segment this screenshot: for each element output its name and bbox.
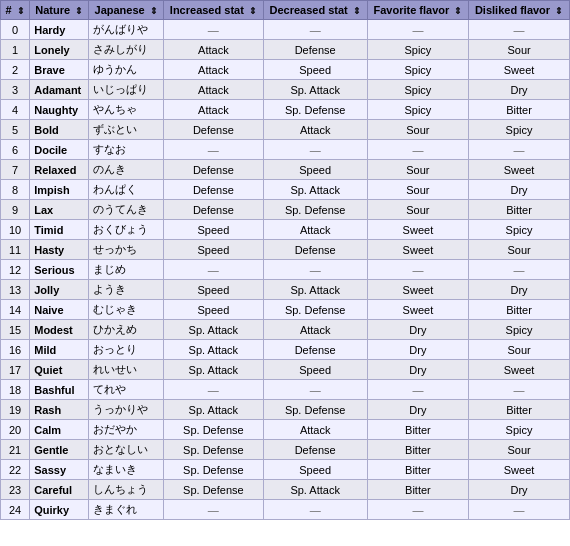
col-header-0[interactable]: # ⇕ — [1, 1, 30, 20]
table-row: 16MildおっとりSp. AttackDefenseDrySour — [1, 340, 570, 360]
row-num: 20 — [1, 420, 30, 440]
row-decreased-stat: Sp. Defense — [263, 300, 367, 320]
row-japanese: すなお — [89, 140, 164, 160]
row-increased-stat: Attack — [164, 40, 264, 60]
row-decreased-stat: Speed — [263, 460, 367, 480]
row-favorite-flavor: Sour — [367, 180, 468, 200]
sort-icon: ⇕ — [249, 6, 257, 16]
sort-icon: ⇕ — [353, 6, 361, 16]
row-favorite-flavor: Sweet — [367, 280, 468, 300]
row-favorite-flavor: Spicy — [367, 60, 468, 80]
row-decreased-stat: — — [263, 260, 367, 280]
row-increased-stat: Sp. Defense — [164, 420, 264, 440]
table-row: 12Seriousまじめ———— — [1, 260, 570, 280]
row-japanese: おくびょう — [89, 220, 164, 240]
table-row: 4NaughtyやんちゃAttackSp. DefenseSpicyBitter — [1, 100, 570, 120]
row-nature: Serious — [30, 260, 89, 280]
row-japanese: おっとり — [89, 340, 164, 360]
row-nature: Calm — [30, 420, 89, 440]
row-num: 24 — [1, 500, 30, 520]
table-row: 18Bashfulてれや———— — [1, 380, 570, 400]
table-row: 10TimidおくびょうSpeedAttackSweetSpicy — [1, 220, 570, 240]
row-decreased-stat: Attack — [263, 320, 367, 340]
row-favorite-flavor: — — [367, 260, 468, 280]
row-favorite-flavor: Dry — [367, 400, 468, 420]
col-header-2[interactable]: Japanese ⇕ — [89, 1, 164, 20]
row-japanese: いじっぱり — [89, 80, 164, 100]
row-favorite-flavor: Dry — [367, 340, 468, 360]
row-japanese: むじゃき — [89, 300, 164, 320]
row-nature: Impish — [30, 180, 89, 200]
row-num: 2 — [1, 60, 30, 80]
row-num: 14 — [1, 300, 30, 320]
row-nature: Modest — [30, 320, 89, 340]
row-disliked-flavor: Dry — [469, 480, 570, 500]
row-num: 13 — [1, 280, 30, 300]
row-disliked-flavor: — — [469, 140, 570, 160]
table-row: 7RelaxedのんきDefenseSpeedSourSweet — [1, 160, 570, 180]
col-header-1[interactable]: Nature ⇕ — [30, 1, 89, 20]
row-increased-stat: Defense — [164, 120, 264, 140]
row-nature: Brave — [30, 60, 89, 80]
row-num: 18 — [1, 380, 30, 400]
row-increased-stat: Defense — [164, 200, 264, 220]
row-japanese: なまいき — [89, 460, 164, 480]
row-disliked-flavor: Spicy — [469, 120, 570, 140]
sort-icon: ⇕ — [150, 6, 158, 16]
row-increased-stat: Speed — [164, 280, 264, 300]
row-decreased-stat: Sp. Attack — [263, 80, 367, 100]
row-favorite-flavor: Sweet — [367, 220, 468, 240]
row-increased-stat: Sp. Attack — [164, 360, 264, 380]
row-favorite-flavor: Sour — [367, 160, 468, 180]
row-num: 12 — [1, 260, 30, 280]
col-header-5[interactable]: Favorite flavor ⇕ — [367, 1, 468, 20]
row-increased-stat: Speed — [164, 240, 264, 260]
nature-table: # ⇕Nature ⇕Japanese ⇕Increased stat ⇕Dec… — [0, 0, 570, 520]
row-decreased-stat: — — [263, 20, 367, 40]
row-nature: Relaxed — [30, 160, 89, 180]
row-num: 0 — [1, 20, 30, 40]
row-decreased-stat: Sp. Defense — [263, 200, 367, 220]
row-disliked-flavor: — — [469, 260, 570, 280]
row-num: 23 — [1, 480, 30, 500]
row-nature: Timid — [30, 220, 89, 240]
row-nature: Sassy — [30, 460, 89, 480]
row-decreased-stat: Sp. Attack — [263, 280, 367, 300]
row-disliked-flavor: Bitter — [469, 200, 570, 220]
row-increased-stat: — — [164, 500, 264, 520]
row-disliked-flavor: Bitter — [469, 300, 570, 320]
row-favorite-flavor: Bitter — [367, 460, 468, 480]
row-increased-stat: Sp. Attack — [164, 340, 264, 360]
row-num: 17 — [1, 360, 30, 380]
row-favorite-flavor: Spicy — [367, 40, 468, 60]
row-nature: Quiet — [30, 360, 89, 380]
row-nature: Gentle — [30, 440, 89, 460]
row-japanese: おだやか — [89, 420, 164, 440]
row-decreased-stat: Speed — [263, 360, 367, 380]
row-increased-stat: Sp. Defense — [164, 440, 264, 460]
row-num: 10 — [1, 220, 30, 240]
row-increased-stat: Defense — [164, 180, 264, 200]
col-header-6[interactable]: Disliked flavor ⇕ — [469, 1, 570, 20]
row-nature: Docile — [30, 140, 89, 160]
row-favorite-flavor: Sweet — [367, 240, 468, 260]
row-decreased-stat: Defense — [263, 240, 367, 260]
table-row: 5BoldずぶといDefenseAttackSourSpicy — [1, 120, 570, 140]
sort-icon: ⇕ — [555, 6, 563, 16]
row-nature: Lax — [30, 200, 89, 220]
row-disliked-flavor: Spicy — [469, 220, 570, 240]
row-japanese: がんばりや — [89, 20, 164, 40]
row-japanese: わんぱく — [89, 180, 164, 200]
row-increased-stat: — — [164, 260, 264, 280]
col-header-4[interactable]: Decreased stat ⇕ — [263, 1, 367, 20]
row-favorite-flavor: Dry — [367, 320, 468, 340]
sort-icon: ⇕ — [454, 6, 462, 16]
row-disliked-flavor: Bitter — [469, 100, 570, 120]
col-header-3[interactable]: Increased stat ⇕ — [164, 1, 264, 20]
row-increased-stat: Sp. Defense — [164, 480, 264, 500]
table-body: 0Hardyがんばりや————1LonelyさみしがりAttackDefense… — [1, 20, 570, 520]
table-row: 14NaiveむじゃきSpeedSp. DefenseSweetBitter — [1, 300, 570, 320]
table-row: 22SassyなまいきSp. DefenseSpeedBitterSweet — [1, 460, 570, 480]
row-increased-stat: Defense — [164, 160, 264, 180]
row-increased-stat: Attack — [164, 80, 264, 100]
